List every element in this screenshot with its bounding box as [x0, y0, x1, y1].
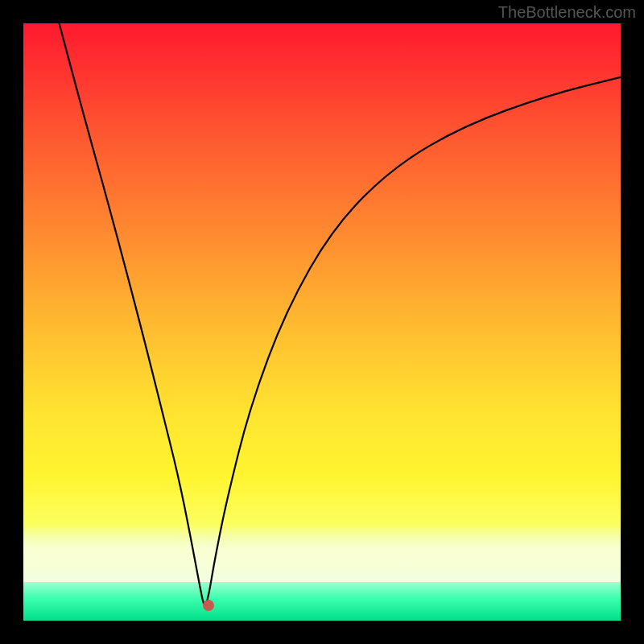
curve-layer	[23, 23, 621, 621]
plot-area	[23, 23, 621, 621]
minimum-marker	[203, 600, 214, 611]
watermark-text: TheBottleneck.com	[498, 3, 636, 22]
bottleneck-curve	[60, 23, 621, 605]
